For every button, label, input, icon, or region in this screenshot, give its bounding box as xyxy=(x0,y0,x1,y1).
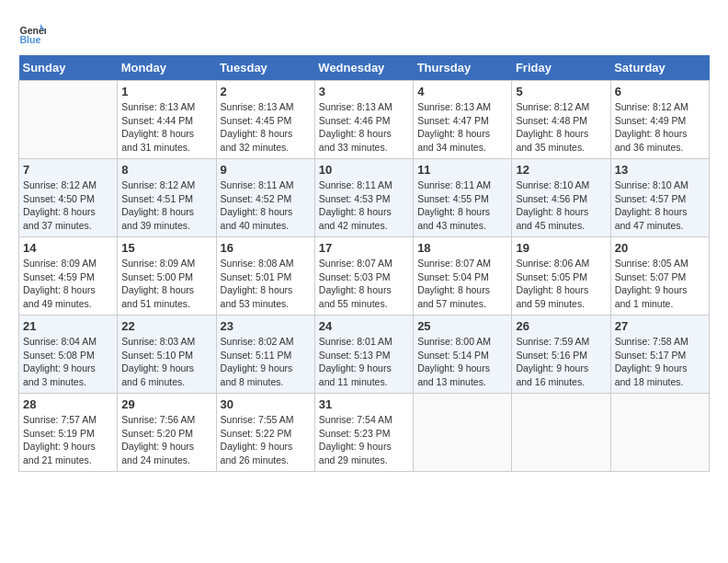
day-info: Sunrise: 8:13 AMSunset: 4:45 PMDaylight:… xyxy=(221,100,311,155)
day-number: 27 xyxy=(615,319,705,333)
header-wednesday: Wednesday xyxy=(314,55,413,81)
day-number: 10 xyxy=(319,163,409,177)
day-number: 3 xyxy=(319,85,409,98)
day-info: Sunrise: 8:03 AMSunset: 5:10 PMDaylight:… xyxy=(121,335,211,389)
header-monday: Monday xyxy=(118,55,216,81)
day-info: Sunrise: 8:13 AMSunset: 4:46 PMDaylight:… xyxy=(319,100,409,155)
day-number: 26 xyxy=(516,319,606,333)
day-info: Sunrise: 8:05 AMSunset: 5:07 PMDaylight:… xyxy=(615,257,705,311)
day-number: 16 xyxy=(221,241,311,255)
calendar-cell: 6Sunrise: 8:12 AMSunset: 4:49 PMDaylight… xyxy=(610,81,709,159)
day-info: Sunrise: 8:00 AMSunset: 5:14 PMDaylight:… xyxy=(417,335,507,389)
calendar-header-row: SundayMondayTuesdayWednesdayThursdayFrid… xyxy=(19,55,710,81)
calendar-cell: 25Sunrise: 8:00 AMSunset: 5:14 PMDayligh… xyxy=(414,316,512,394)
calendar-week-row: 21Sunrise: 8:04 AMSunset: 5:08 PMDayligh… xyxy=(19,316,710,394)
day-info: Sunrise: 8:12 AMSunset: 4:50 PMDaylight:… xyxy=(23,178,113,233)
day-number: 21 xyxy=(23,319,113,333)
header-saturday: Saturday xyxy=(610,55,709,81)
calendar-cell: 29Sunrise: 7:56 AMSunset: 5:20 PMDayligh… xyxy=(118,394,216,472)
header-thursday: Thursday xyxy=(414,55,512,81)
day-number: 23 xyxy=(221,319,311,333)
header-tuesday: Tuesday xyxy=(216,55,314,81)
day-info: Sunrise: 8:02 AMSunset: 5:11 PMDaylight:… xyxy=(221,335,311,389)
calendar-cell: 17Sunrise: 8:07 AMSunset: 5:03 PMDayligh… xyxy=(314,237,413,316)
calendar-cell: 24Sunrise: 8:01 AMSunset: 5:13 PMDayligh… xyxy=(314,316,413,394)
day-number: 1 xyxy=(121,85,211,98)
calendar-cell: 22Sunrise: 8:03 AMSunset: 5:10 PMDayligh… xyxy=(118,316,216,394)
calendar-cell xyxy=(512,394,610,472)
day-info: Sunrise: 7:54 AMSunset: 5:23 PMDaylight:… xyxy=(319,413,409,467)
day-info: Sunrise: 8:04 AMSunset: 5:08 PMDaylight:… xyxy=(23,335,113,389)
calendar-cell: 23Sunrise: 8:02 AMSunset: 5:11 PMDayligh… xyxy=(216,316,314,394)
calendar-cell: 7Sunrise: 8:12 AMSunset: 4:50 PMDaylight… xyxy=(19,159,118,237)
day-number: 2 xyxy=(221,85,311,98)
day-number: 29 xyxy=(121,397,211,411)
day-info: Sunrise: 8:12 AMSunset: 4:48 PMDaylight:… xyxy=(516,100,606,155)
day-info: Sunrise: 8:10 AMSunset: 4:56 PMDaylight:… xyxy=(516,178,606,233)
day-number: 24 xyxy=(319,319,409,333)
calendar-cell: 27Sunrise: 7:58 AMSunset: 5:17 PMDayligh… xyxy=(610,316,709,394)
day-number: 22 xyxy=(121,319,211,333)
day-number: 15 xyxy=(121,241,211,255)
day-info: Sunrise: 8:13 AMSunset: 4:47 PMDaylight:… xyxy=(417,100,507,155)
day-number: 20 xyxy=(615,241,705,255)
calendar-cell xyxy=(610,394,709,472)
calendar-week-row: 28Sunrise: 7:57 AMSunset: 5:19 PMDayligh… xyxy=(19,394,710,472)
calendar-cell: 28Sunrise: 7:57 AMSunset: 5:19 PMDayligh… xyxy=(19,394,118,472)
day-number: 5 xyxy=(516,85,606,98)
day-info: Sunrise: 8:06 AMSunset: 5:05 PMDaylight:… xyxy=(516,257,606,311)
day-number: 18 xyxy=(417,241,507,255)
calendar-cell: 21Sunrise: 8:04 AMSunset: 5:08 PMDayligh… xyxy=(19,316,118,394)
day-number: 8 xyxy=(121,163,211,177)
day-number: 11 xyxy=(417,163,507,177)
calendar-cell: 1Sunrise: 8:13 AMSunset: 4:44 PMDaylight… xyxy=(118,81,216,159)
day-info: Sunrise: 8:12 AMSunset: 4:51 PMDaylight:… xyxy=(121,178,211,233)
day-number: 13 xyxy=(615,163,705,177)
calendar-cell: 11Sunrise: 8:11 AMSunset: 4:55 PMDayligh… xyxy=(414,159,512,237)
day-info: Sunrise: 7:56 AMSunset: 5:20 PMDaylight:… xyxy=(121,413,211,467)
day-number: 17 xyxy=(319,241,409,255)
day-info: Sunrise: 8:11 AMSunset: 4:52 PMDaylight:… xyxy=(221,178,311,233)
calendar-cell: 31Sunrise: 7:54 AMSunset: 5:23 PMDayligh… xyxy=(314,394,413,472)
calendar-cell: 13Sunrise: 8:10 AMSunset: 4:57 PMDayligh… xyxy=(610,159,709,237)
day-info: Sunrise: 8:13 AMSunset: 4:44 PMDaylight:… xyxy=(121,100,211,155)
day-number: 6 xyxy=(615,85,705,98)
day-number: 30 xyxy=(221,397,311,411)
day-info: Sunrise: 7:55 AMSunset: 5:22 PMDaylight:… xyxy=(221,413,311,467)
day-number: 4 xyxy=(417,85,507,98)
day-number: 28 xyxy=(23,397,113,411)
day-info: Sunrise: 8:07 AMSunset: 5:03 PMDaylight:… xyxy=(319,257,409,311)
day-info: Sunrise: 8:07 AMSunset: 5:04 PMDaylight:… xyxy=(417,257,507,311)
day-number: 9 xyxy=(221,163,311,177)
calendar-cell: 14Sunrise: 8:09 AMSunset: 4:59 PMDayligh… xyxy=(19,237,118,316)
day-info: Sunrise: 8:01 AMSunset: 5:13 PMDaylight:… xyxy=(319,335,409,389)
day-info: Sunrise: 7:57 AMSunset: 5:19 PMDaylight:… xyxy=(23,413,113,467)
calendar-cell: 30Sunrise: 7:55 AMSunset: 5:22 PMDayligh… xyxy=(216,394,314,472)
calendar-table: SundayMondayTuesdayWednesdayThursdayFrid… xyxy=(18,55,710,472)
calendar-cell: 10Sunrise: 8:11 AMSunset: 4:53 PMDayligh… xyxy=(314,159,413,237)
calendar-week-row: 14Sunrise: 8:09 AMSunset: 4:59 PMDayligh… xyxy=(19,237,710,316)
day-info: Sunrise: 8:11 AMSunset: 4:53 PMDaylight:… xyxy=(319,178,409,233)
day-info: Sunrise: 8:10 AMSunset: 4:57 PMDaylight:… xyxy=(615,178,705,233)
calendar-cell: 15Sunrise: 8:09 AMSunset: 5:00 PMDayligh… xyxy=(118,237,216,316)
calendar-cell: 18Sunrise: 8:07 AMSunset: 5:04 PMDayligh… xyxy=(414,237,512,316)
day-number: 14 xyxy=(23,241,113,255)
svg-text:Blue: Blue xyxy=(20,34,41,45)
header-sunday: Sunday xyxy=(19,55,118,81)
header-friday: Friday xyxy=(512,55,610,81)
day-info: Sunrise: 8:09 AMSunset: 4:59 PMDaylight:… xyxy=(23,257,113,311)
day-info: Sunrise: 7:58 AMSunset: 5:17 PMDaylight:… xyxy=(615,335,705,389)
logo-icon: General Blue xyxy=(18,18,46,46)
calendar-cell xyxy=(414,394,512,472)
logo: General Blue xyxy=(18,18,46,46)
page-header: General Blue xyxy=(18,18,710,46)
day-number: 7 xyxy=(23,163,113,177)
day-info: Sunrise: 8:11 AMSunset: 4:55 PMDaylight:… xyxy=(417,178,507,233)
day-info: Sunrise: 8:09 AMSunset: 5:00 PMDaylight:… xyxy=(121,257,211,311)
day-info: Sunrise: 8:08 AMSunset: 5:01 PMDaylight:… xyxy=(221,257,311,311)
calendar-cell: 2Sunrise: 8:13 AMSunset: 4:45 PMDaylight… xyxy=(216,81,314,159)
calendar-cell: 16Sunrise: 8:08 AMSunset: 5:01 PMDayligh… xyxy=(216,237,314,316)
calendar-cell: 20Sunrise: 8:05 AMSunset: 5:07 PMDayligh… xyxy=(610,237,709,316)
calendar-cell: 19Sunrise: 8:06 AMSunset: 5:05 PMDayligh… xyxy=(512,237,610,316)
day-number: 31 xyxy=(319,397,409,411)
